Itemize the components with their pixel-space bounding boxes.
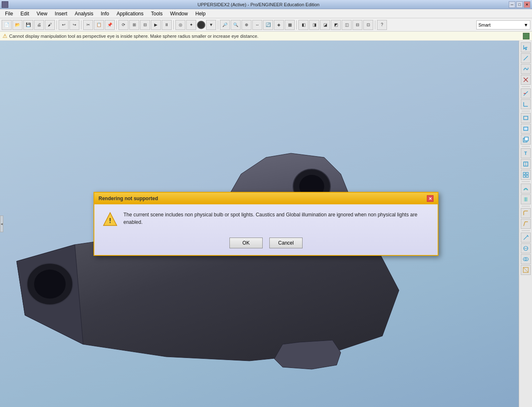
tb-repaint[interactable]: 🖌 <box>45 20 55 30</box>
dialog-warning-icon: ! <box>103 212 118 227</box>
tb-rotate[interactable]: 🔄 <box>263 20 273 30</box>
tb-new[interactable]: 📄 <box>2 20 12 30</box>
menu-view[interactable]: View <box>33 10 51 17</box>
tb-copy[interactable]: 📋 <box>94 20 104 30</box>
tb-datum-point[interactable]: ◪ <box>320 20 330 30</box>
tb-zoom-out[interactable]: 🔍 <box>231 20 241 30</box>
tb-wireframe[interactable]: ▦ <box>285 20 295 30</box>
window-title: UPPERSIDEX2 (Active) - Pro/ENGINEER Educ… <box>8 2 509 7</box>
tb-save[interactable]: 💾 <box>23 20 33 30</box>
main-viewport: ◄ T <box>0 41 532 407</box>
svg-text:!: ! <box>109 217 111 224</box>
dialog-ok-button[interactable]: OK <box>229 238 263 248</box>
tb-sep4 <box>173 20 174 29</box>
tb-help[interactable]: ? <box>377 20 387 30</box>
tb-dropdown-arrow: ▼ <box>524 22 528 27</box>
tb-zoom-in[interactable]: 🔎 <box>220 20 230 30</box>
tb-notes[interactable]: ⊟ <box>352 20 362 30</box>
tb-hide[interactable]: ⊟ <box>140 20 150 30</box>
tb-datum-axis[interactable]: ◨ <box>309 20 319 30</box>
app-icon <box>2 1 8 8</box>
window-controls: ─ □ ✕ <box>509 1 530 8</box>
tb-sphere-drop[interactable]: ▼ <box>206 20 216 30</box>
tb-spin[interactable]: ✦ <box>186 20 196 30</box>
menu-analysis[interactable]: Analysis <box>71 10 97 17</box>
tb-resume[interactable]: ▶ <box>151 20 161 30</box>
minimize-button[interactable]: ─ <box>509 1 515 8</box>
status-indicator <box>523 33 530 39</box>
close-button[interactable]: ✕ <box>524 1 530 8</box>
menu-edit[interactable]: Edit <box>17 10 32 17</box>
maximize-button[interactable]: □ <box>516 1 523 8</box>
dialog-close-button[interactable]: ✕ <box>427 195 433 202</box>
dialog-titlebar: Rendering not supported ✕ <box>94 193 438 204</box>
rendering-dialog: Rendering not supported ✕ ! The current … <box>94 192 438 256</box>
status-bar: ⚠ Cannot display manipulation tool as pe… <box>0 32 532 41</box>
dialog-overlay: Rendering not supported ✕ ! The current … <box>0 41 532 407</box>
tb-suppress[interactable]: ⏸ <box>162 20 172 30</box>
dialog-title: Rendering not supported <box>99 196 158 201</box>
menu-bar: File Edit View Insert Analysis Info Appl… <box>0 9 532 18</box>
tb-orient[interactable]: ◎ <box>175 20 185 30</box>
tb-regenerate[interactable]: ⟳ <box>118 20 128 30</box>
tb-sep6 <box>296 20 297 29</box>
tb-pan[interactable]: ↔ <box>252 20 262 30</box>
menu-help[interactable]: Help <box>192 10 209 17</box>
dialog-message: The current scene includes non physical … <box>123 211 429 226</box>
tb-zoom-fit[interactable]: ⊕ <box>241 20 251 30</box>
dialog-buttons: OK Cancel <box>94 233 438 255</box>
dialog-cancel-button[interactable]: Cancel <box>269 238 303 248</box>
tb-open[interactable]: 📂 <box>12 20 22 30</box>
tb-smart-label: Smart <box>478 22 490 27</box>
tb-cut[interactable]: ✂ <box>83 20 93 30</box>
tb-sep2 <box>81 20 81 29</box>
dialog-body: ! The current scene includes non physica… <box>94 204 438 233</box>
tb-datum-plane[interactable]: ◧ <box>298 20 308 30</box>
menu-applications[interactable]: Applications <box>113 10 147 17</box>
tb-shade[interactable]: ◈ <box>274 20 284 30</box>
tb-sep1 <box>57 20 57 29</box>
status-message: Cannot display manipulation tool as pers… <box>9 34 259 39</box>
tb-sphere[interactable]: ● <box>197 21 205 29</box>
tb-sep7 <box>375 20 375 29</box>
tb-layers[interactable]: ⊡ <box>363 20 373 30</box>
tb-feat[interactable]: ⊞ <box>129 20 139 30</box>
tb-undo[interactable]: ↩ <box>59 20 69 30</box>
warning-icon: ⚠ <box>2 33 7 39</box>
tb-smart-dropdown[interactable]: Smart ▼ <box>476 20 530 29</box>
menu-tools[interactable]: Tools <box>148 10 166 17</box>
menu-info[interactable]: Info <box>98 10 113 17</box>
tb-paste[interactable]: 📌 <box>105 20 115 30</box>
tb-redo[interactable]: ↪ <box>69 20 79 30</box>
tb-print[interactable]: 🖨 <box>34 20 44 30</box>
menu-file[interactable]: File <box>2 10 16 17</box>
title-bar: UPPERSIDEX2 (Active) - Pro/ENGINEER Educ… <box>0 0 532 9</box>
menu-insert[interactable]: Insert <box>52 10 71 17</box>
tb-csys[interactable]: ◩ <box>331 20 341 30</box>
tb-sep3 <box>116 20 117 29</box>
tb-anno[interactable]: ◫ <box>342 20 352 30</box>
menu-window[interactable]: Window <box>167 10 191 17</box>
main-toolbar: 📄 📂 💾 🖨 🖌 ↩ ↪ ✂ 📋 📌 ⟳ ⊞ ⊟ ▶ ⏸ ◎ ✦ ● ▼ 🔎 … <box>0 18 532 32</box>
tb-sep5 <box>218 20 218 29</box>
